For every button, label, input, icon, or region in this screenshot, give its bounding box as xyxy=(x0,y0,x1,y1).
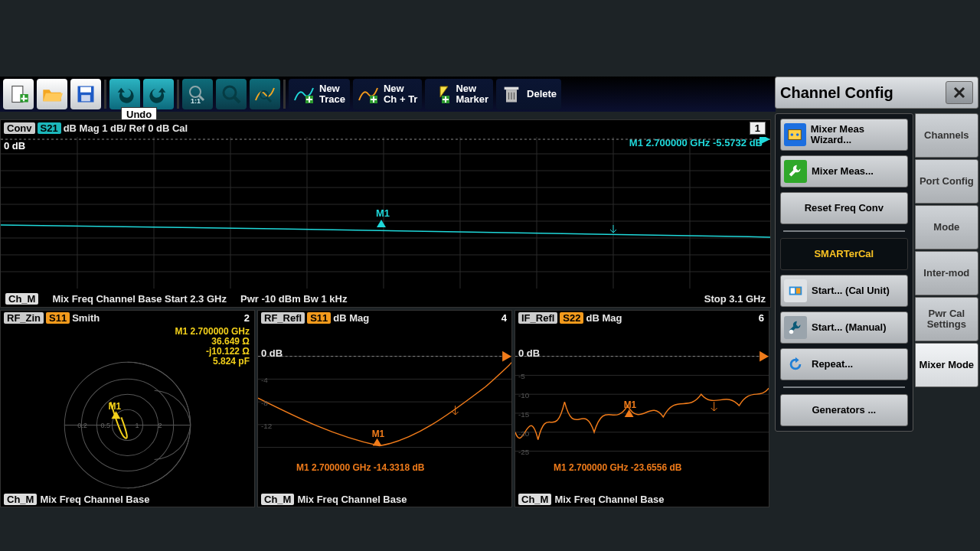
new-marker-button[interactable]: NewMarker xyxy=(425,79,493,109)
softkey-label: Mixer Meas... xyxy=(812,166,874,177)
zoom-area-button[interactable] xyxy=(250,79,280,109)
main-toolbar: 1:1 NewTrace NewCh + Tr NewMarker Delete xyxy=(0,77,776,112)
mixer-wizard-button[interactable]: Mixer Meas Wizard... xyxy=(780,119,908,151)
wizard-icon xyxy=(784,123,806,146)
smartercal-button[interactable]: SMARTerCal xyxy=(780,238,908,270)
zoom-1to1-button[interactable]: 1:1 xyxy=(182,79,213,109)
if-refl-marker-readout: M1 2.700000 GHz -23.6556 dB xyxy=(554,462,681,473)
tab-intermod[interactable]: Inter-mod xyxy=(915,251,978,295)
trace-plot[interactable]: 0 dB M1 xyxy=(1,137,770,289)
new-trace-label: NewTrace xyxy=(319,83,345,104)
panel-footer: Ch_M Mix Freq Channel Base xyxy=(258,491,511,507)
zoom-area-icon xyxy=(254,83,276,105)
new-file-button[interactable] xyxy=(3,79,34,109)
smith-marker-readout: M1 2.700000 GHz 36.649 Ω -j10.122 Ω 5.82… xyxy=(175,327,250,367)
generators-button[interactable]: Generators ... xyxy=(780,394,908,426)
channel-badge: Ch_M xyxy=(261,494,294,505)
wrench-icon xyxy=(784,160,807,183)
panel-sparam-badge: S11 xyxy=(46,312,70,324)
panel-sequence: 4 xyxy=(501,312,507,324)
new-trace-icon xyxy=(293,83,315,105)
trace-format-text: dB Mag 1 dB/ Ref 0 dB Cal xyxy=(64,122,188,134)
channel-text: Mix Freq Channel Base xyxy=(40,494,149,505)
new-trace-button[interactable]: NewTrace xyxy=(289,79,350,109)
new-marker-icon xyxy=(430,83,451,105)
delete-button[interactable]: Delete xyxy=(496,79,561,109)
repeat-button[interactable]: Repeat... xyxy=(780,348,908,380)
open-button[interactable] xyxy=(37,79,67,109)
side-panel-title: Channel Config xyxy=(780,84,893,102)
reset-freq-conv-button[interactable]: Reset Freq Conv xyxy=(780,192,908,224)
mixer-meas-button[interactable]: Mixer Meas... xyxy=(780,155,908,187)
panel-sequence: 2 xyxy=(244,312,250,324)
softkey-label: Start... (Manual) xyxy=(812,322,887,333)
panel-name-badge: IF_Refl xyxy=(518,312,557,324)
undo-button[interactable] xyxy=(109,79,140,109)
panel-ref-label: 0 dB xyxy=(261,347,283,359)
lower-panel-row: RF_Zin S11 Smith 2 M1 2.700000 GHz 36.64… xyxy=(0,310,769,507)
svg-point-5 xyxy=(190,86,201,97)
redo-button[interactable] xyxy=(143,79,174,109)
start-calunit-button[interactable]: Start... (Cal Unit) xyxy=(780,275,908,307)
softkey-column: Mixer Meas Wizard... Mixer Meas... Reset… xyxy=(775,113,913,432)
start-manual-button[interactable]: Start... (Manual) xyxy=(780,311,908,344)
rf-refl-marker-readout: M1 2.700000 GHz -14.3318 dB xyxy=(296,462,424,473)
zoom-1to1-icon: 1:1 xyxy=(187,83,208,105)
trace-svg: M1 xyxy=(1,137,770,289)
repeat-icon xyxy=(784,353,807,376)
panel-header: IF_Refl S22 dB Mag 6 xyxy=(515,311,769,326)
panel-footer: Ch_M Mix Freq Channel Base xyxy=(515,491,769,507)
softkey-label: Generators ... xyxy=(812,405,876,416)
panel-name-badge: RF_Refl xyxy=(261,312,305,324)
channel-badge: Ch_M xyxy=(4,494,37,505)
trace-pane-main[interactable]: Conv S21 dB Mag 1 dB/ Ref 0 dB Cal 1 M1 … xyxy=(0,119,771,308)
svg-rect-3 xyxy=(80,87,91,93)
panel-sparam-badge: S11 xyxy=(307,312,331,324)
trash-icon xyxy=(501,83,522,105)
trace-pane-rf-refl[interactable]: RF_Refl S11 dB Mag 4 0 dB M1 -4-8-12 M1 … xyxy=(257,310,512,507)
trace-name-badge: Conv xyxy=(4,122,35,134)
tab-mixer-mode[interactable]: Mixer Mode xyxy=(915,343,978,387)
panel-footer: Ch_M Mix Freq Channel Base xyxy=(1,492,254,507)
svg-point-66 xyxy=(791,133,794,136)
channel-text: Mix Freq Channel Base xyxy=(297,494,407,505)
close-button[interactable] xyxy=(946,81,973,104)
tab-mode[interactable]: Mode xyxy=(915,205,978,249)
side-tab-column: Channels Port Config Mode Inter-mod Pwr … xyxy=(915,113,978,432)
save-button[interactable] xyxy=(70,79,101,109)
panel-header: RF_Zin S11 Smith 2 xyxy=(1,311,254,325)
svg-text:-20: -20 xyxy=(518,429,530,438)
trace-pane-smith[interactable]: RF_Zin S11 Smith 2 M1 2.700000 GHz 36.64… xyxy=(0,310,255,507)
trace-pane-if-refl[interactable]: IF_Refl S22 dB Mag 6 0 dB M1 -5-10-15-20… xyxy=(514,310,769,507)
svg-text:M1: M1 xyxy=(624,399,637,410)
softkey-label: SMARTerCal xyxy=(814,249,874,259)
new-marker-label: NewMarker xyxy=(456,83,488,104)
trace-header: Conv S21 dB Mag 1 dB/ Ref 0 dB Cal 1 xyxy=(1,120,770,135)
panel-ref-label: 0 dB xyxy=(518,347,540,359)
m1-label-top: M1 xyxy=(376,207,390,219)
smith-plot[interactable]: M1 2.700000 GHz 36.649 Ω -j10.122 Ω 5.82… xyxy=(1,325,254,493)
svg-text:0.5: 0.5 xyxy=(100,422,110,429)
panel-sequence: 6 xyxy=(759,312,764,324)
undo-icon xyxy=(114,83,136,105)
svg-text:1:1: 1:1 xyxy=(191,97,201,105)
panel-format-text: dB Mag xyxy=(586,312,622,324)
floppy-icon xyxy=(75,83,96,105)
svg-text:-4: -4 xyxy=(261,376,268,384)
zoom-button[interactable] xyxy=(216,79,247,109)
tab-port-config[interactable]: Port Config xyxy=(915,159,978,204)
panel-header: RF_Refl S11 dB Mag 4 xyxy=(258,311,511,326)
new-chtr-icon xyxy=(358,83,379,105)
side-panel-titlebar: Channel Config xyxy=(775,77,978,109)
if-refl-plot[interactable]: 0 dB M1 -5-10-15-20-25 M1 2.700000 GHz -… xyxy=(515,326,769,491)
softkey-label: Reset Freq Conv xyxy=(805,203,884,214)
svg-rect-70 xyxy=(796,288,801,293)
svg-text:-8: -8 xyxy=(261,399,268,407)
panel-format-text: dB Mag xyxy=(333,312,369,324)
close-icon xyxy=(953,86,965,99)
tab-channels[interactable]: Channels xyxy=(915,113,978,158)
tab-pwrcal-settings[interactable]: Pwr Cal Settings xyxy=(915,297,978,341)
rf-refl-plot[interactable]: 0 dB M1 -4-8-12 M1 2.700000 GHz -14.3318… xyxy=(258,326,511,491)
channel-badge: Ch_M xyxy=(5,293,38,305)
new-channel-trace-button[interactable]: NewCh + Tr xyxy=(353,79,422,109)
